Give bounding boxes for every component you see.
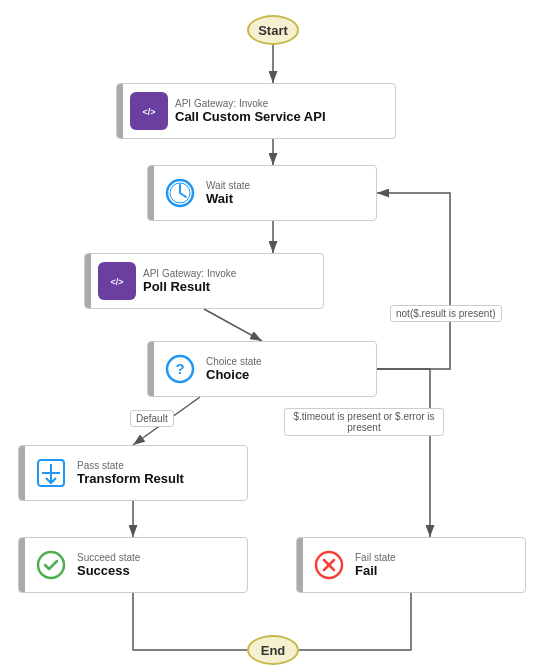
wait-icon-svg	[163, 176, 197, 210]
wait-type-label: Wait state	[206, 180, 250, 191]
api2-text: API Gateway: Invoke Poll Result	[143, 262, 244, 300]
succeed-left-bar	[19, 538, 25, 592]
api1-icon: </>	[130, 92, 168, 130]
fail-icon-area	[307, 543, 351, 587]
wait-name: Wait	[206, 191, 250, 206]
succeed-text: Succeed state Success	[77, 546, 148, 584]
api2-icon-svg: </>	[106, 270, 128, 292]
succeed-type-label: Succeed state	[77, 552, 140, 563]
pass-text: Pass state Transform Result	[77, 454, 192, 492]
succeed-icon-area	[29, 543, 73, 587]
not-result-label: not($.result is present)	[390, 305, 502, 322]
api2-type-label: API Gateway: Invoke	[143, 268, 236, 279]
svg-text:</>: </>	[110, 277, 123, 287]
api-icon-svg: </>	[138, 100, 160, 122]
start-node: Start	[247, 15, 299, 45]
pass-type-label: Pass state	[77, 460, 184, 471]
choice-text: Choice state Choice	[206, 350, 270, 388]
wait-state[interactable]: Wait state Wait	[147, 165, 377, 221]
api2-icon: </>	[98, 262, 136, 300]
api1-text: API Gateway: Invoke Call Custom Service …	[175, 92, 334, 130]
svg-line-12	[180, 193, 186, 197]
timeout-error-label: $.timeout is present or $.error is prese…	[284, 408, 444, 436]
end-node: End	[247, 635, 299, 665]
api2-state[interactable]: </> API Gateway: Invoke Poll Result	[84, 253, 324, 309]
choice-name: Choice	[206, 367, 262, 382]
fail-left-bar	[297, 538, 303, 592]
pass-state[interactable]: Pass state Transform Result	[18, 445, 248, 501]
diagram: not($.result is present) Default $.timeo…	[0, 0, 544, 668]
pass-icon-area	[29, 451, 73, 495]
api1-type-label: API Gateway: Invoke	[175, 98, 326, 109]
choice-state[interactable]: ? Choice state Choice	[147, 341, 377, 397]
pass-icon-svg	[34, 456, 68, 490]
api1-icon-area: </>	[127, 89, 171, 133]
pass-name: Transform Result	[77, 471, 184, 486]
succeed-name: Success	[77, 563, 140, 578]
default-label: Default	[130, 410, 174, 427]
wait-text: Wait state Wait	[206, 174, 258, 212]
api1-left-bar	[117, 84, 123, 138]
svg-line-4	[204, 309, 262, 341]
svg-point-20	[38, 552, 64, 578]
wait-icon-area	[158, 171, 202, 215]
fail-state[interactable]: Fail state Fail	[296, 537, 526, 593]
api2-icon-area: </>	[95, 259, 139, 303]
api2-left-bar	[85, 254, 91, 308]
svg-text:?: ?	[175, 360, 184, 377]
wait-left-bar	[148, 166, 154, 220]
choice-left-bar	[148, 342, 154, 396]
succeed-icon-svg	[34, 548, 68, 582]
api1-name: Call Custom Service API	[175, 109, 326, 124]
fail-name: Fail	[355, 563, 396, 578]
succeed-state[interactable]: Succeed state Success	[18, 537, 248, 593]
api2-name: Poll Result	[143, 279, 236, 294]
fail-icon-svg	[312, 548, 346, 582]
api1-state[interactable]: </> API Gateway: Invoke Call Custom Serv…	[116, 83, 396, 139]
choice-icon-svg: ?	[163, 352, 197, 386]
svg-text:</>: </>	[142, 107, 155, 117]
fail-type-label: Fail state	[355, 552, 396, 563]
choice-type-label: Choice state	[206, 356, 262, 367]
choice-icon-area: ?	[158, 347, 202, 391]
pass-left-bar	[19, 446, 25, 500]
fail-text: Fail state Fail	[355, 546, 404, 584]
